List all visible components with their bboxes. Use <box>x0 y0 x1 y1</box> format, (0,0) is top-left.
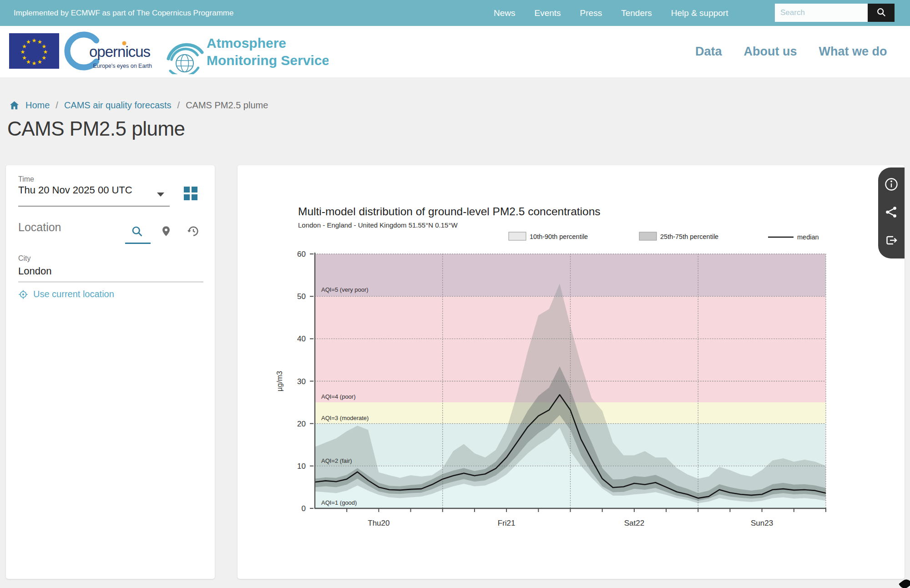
time-label: Time <box>18 175 34 183</box>
sidebar-panel: Time Thu 20 Nov 2025 00 UTC Location <box>6 165 215 579</box>
location-label: Location <box>18 221 61 234</box>
top-nav-press[interactable]: Press <box>580 8 602 18</box>
top-nav-help[interactable]: Help & support <box>671 8 728 18</box>
ams-line2: Monitoring Service <box>207 53 329 68</box>
eu-star: ★ <box>32 60 37 66</box>
top-nav-events[interactable]: Events <box>535 8 561 18</box>
search-input[interactable] <box>775 4 868 22</box>
pm25-plume-chart: AQI=1 (good)AQI=2 (fair)AQI=3 (moderate)… <box>238 165 905 579</box>
svg-text:AQI=5 (very poor): AQI=5 (very poor) <box>321 286 369 293</box>
svg-text:40: 40 <box>297 335 306 343</box>
map-pin-icon <box>160 225 172 239</box>
svg-text:Fri21: Fri21 <box>498 519 516 527</box>
search-button[interactable] <box>868 4 895 22</box>
city-label: City <box>18 254 31 263</box>
svg-text:AQI=4 (poor): AQI=4 (poor) <box>321 393 356 400</box>
time-value: Thu 20 Nov 2025 00 UTC <box>18 184 132 196</box>
chart-title: Multi-model distribution of ground-level… <box>298 205 601 218</box>
header-nav-about[interactable]: About us <box>744 45 797 59</box>
eu-star: ★ <box>26 39 31 45</box>
eu-star: ★ <box>26 59 31 65</box>
svg-text:AQI=3 (moderate): AQI=3 (moderate) <box>321 415 369 421</box>
y-tick-labels: 0102030405060 <box>297 250 306 513</box>
eu-star: ★ <box>37 59 42 65</box>
breadcrumb-home[interactable]: Home <box>25 100 50 111</box>
share-icon <box>885 205 898 220</box>
y-axis-label: µg/m3 <box>276 371 283 391</box>
svg-text:25th-75th percentile: 25th-75th percentile <box>660 233 718 240</box>
eu-star: ★ <box>32 37 37 44</box>
svg-text:0: 0 <box>302 504 306 513</box>
chevron-down-icon <box>157 193 164 197</box>
svg-text:median: median <box>797 233 819 241</box>
breadcrumb-current: CAMS PM2.5 plume <box>186 100 268 111</box>
time-select[interactable]: Thu 20 Nov 2025 00 UTC <box>18 184 170 206</box>
location-search-tab[interactable] <box>127 222 147 243</box>
header-nav-whatwedo[interactable]: What we do <box>819 45 887 59</box>
svg-text:60: 60 <box>297 250 306 259</box>
svg-text:10th-90th percentile: 10th-90th percentile <box>530 233 588 240</box>
copernicus-wordmark: opernicus <box>89 43 151 60</box>
ams-logo[interactable]: Atmosphere Monitoring Service <box>165 30 329 74</box>
search-box <box>775 4 895 22</box>
top-nav-tenders[interactable]: Tenders <box>621 8 652 18</box>
top-nav-news[interactable]: News <box>494 8 516 18</box>
info-button[interactable] <box>884 177 899 193</box>
eu-star: ★ <box>41 55 46 61</box>
chart-action-bar <box>878 167 905 259</box>
export-button[interactable] <box>884 233 899 248</box>
target-location-icon <box>18 289 28 299</box>
copernicus-logo[interactable]: opernicus Europe's eyes on Earth <box>62 30 160 76</box>
chart-legend: 10th-90th percentile25th-75th percentile… <box>509 232 819 241</box>
share-button[interactable] <box>884 205 899 221</box>
svg-text:Thu20: Thu20 <box>368 519 389 527</box>
home-icon[interactable] <box>9 100 20 111</box>
use-current-location-link[interactable]: Use current location <box>18 289 114 299</box>
grid-view-button[interactable] <box>184 187 197 200</box>
breadcrumb-forecasts[interactable]: CAMS air quality forecasts <box>64 100 172 111</box>
svg-text:50: 50 <box>297 292 306 301</box>
breadcrumb: Home / CAMS air quality forecasts / CAMS… <box>9 100 268 111</box>
breadcrumb-separator: / <box>177 100 180 111</box>
svg-text:Sun23: Sun23 <box>751 519 773 527</box>
search-icon <box>876 7 886 19</box>
copernicus-tag: Europe's eyes on Earth <box>93 63 152 69</box>
ams-line1: Atmosphere <box>207 35 286 51</box>
city-input[interactable] <box>18 264 203 282</box>
location-pin-tab[interactable] <box>156 222 176 243</box>
corner-mark <box>899 578 910 588</box>
ecmwf-tagline: Implemented by ECMWF as part of The Cope… <box>14 0 233 26</box>
svg-text:Sat22: Sat22 <box>624 519 644 527</box>
top-bar: Implemented by ECMWF as part of The Cope… <box>0 0 910 26</box>
export-icon <box>884 233 899 249</box>
active-tab-underline <box>125 243 151 244</box>
svg-text:AQI=2 (fair): AQI=2 (fair) <box>321 457 352 464</box>
search-icon <box>131 225 143 239</box>
svg-text:20: 20 <box>297 420 306 428</box>
page: Implemented by ECMWF as part of The Cope… <box>0 0 910 588</box>
history-clock-icon <box>187 224 200 240</box>
eu-star: ★ <box>22 55 27 61</box>
svg-text:AQI=1 (good): AQI=1 (good) <box>321 499 357 506</box>
chart-subtitle: London - England - United Kingdom 51.55°… <box>298 221 458 229</box>
top-nav: News Events Press Tenders Help & support <box>494 0 728 26</box>
location-history-tab[interactable] <box>183 222 203 243</box>
header: ★★★★★★★★★★★★ opernicus Europe's eyes on … <box>0 26 910 77</box>
chart-panel: AQI=1 (good)AQI=2 (fair)AQI=3 (moderate)… <box>238 165 905 579</box>
ams-globe-icon <box>168 45 202 74</box>
header-nav-data[interactable]: Data <box>695 45 722 59</box>
info-icon <box>884 177 899 193</box>
time-underline <box>18 206 170 207</box>
header-nav: Data About us What we do <box>695 26 887 77</box>
x-day-labels: Thu20Fri21Sat22Sun23 <box>368 519 773 527</box>
breadcrumb-separator: / <box>56 100 58 111</box>
eu-flag: ★★★★★★★★★★★★ <box>9 33 59 69</box>
eu-star: ★ <box>20 49 25 55</box>
svg-text:30: 30 <box>297 377 306 386</box>
use-current-location-label: Use current location <box>33 289 114 299</box>
page-title: CAMS PM2.5 plume <box>7 117 185 140</box>
copernicus-orange-dot <box>122 41 126 46</box>
svg-text:10: 10 <box>297 462 306 471</box>
